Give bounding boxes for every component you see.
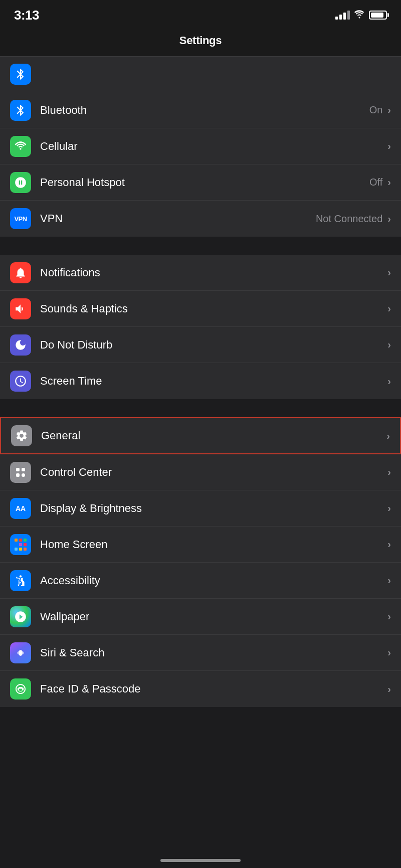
controlcenter-icon [10,462,31,483]
settings-item-faceid[interactable]: Face ID & Passcode › [0,671,401,707]
cellular-icon [10,136,31,157]
settings-item-controlcenter[interactable]: Control Center › [0,454,401,490]
dnd-label: Do Not Disturb [40,338,387,352]
section-divider-2 [0,399,401,417]
svg-rect-0 [16,468,20,471]
bluetooth-value: On [369,104,383,116]
settings-item-homescreen[interactable]: Home Screen › [0,527,401,563]
display-label: Display & Brightness [40,502,387,515]
status-bar: 3:13 [0,0,401,28]
siri-icon [10,642,31,663]
wallpaper-label: Wallpaper [40,610,387,623]
svg-rect-1 [16,473,20,477]
wifi-icon [354,10,365,21]
homescreen-icon [10,534,31,555]
section-divider-1 [0,237,401,255]
notifications-label: Notifications [40,266,387,279]
partial-top-item [0,57,401,92]
svg-point-4 [20,575,22,577]
sounds-label: Sounds & Haptics [40,302,387,315]
settings-item-hotspot[interactable]: Personal Hotspot Off › [0,164,401,201]
general-label: General [41,429,386,442]
vpn-value: Not Connected [316,213,382,225]
settings-item-dnd[interactable]: Do Not Disturb › [0,327,401,363]
sounds-icon [10,298,31,319]
bottom-padding [0,707,401,737]
settings-item-cellular[interactable]: Cellular › [0,128,401,164]
faceid-chevron: › [387,683,391,695]
notifications-chevron: › [387,267,391,278]
bluetooth-chevron: › [387,104,391,116]
vpn-chevron: › [387,213,391,225]
bluetooth-icon [10,100,31,121]
settings-item-bluetooth[interactable]: Bluetooth On › [0,92,401,128]
status-time: 3:13 [14,8,39,23]
settings-item-wallpaper[interactable]: Wallpaper › [0,599,401,635]
homescreen-label: Home Screen [40,538,387,551]
controlcenter-label: Control Center [40,466,387,479]
accessibility-chevron: › [387,575,391,586]
notifications-group: Notifications › Sounds & Haptics › Do No… [0,255,401,399]
settings-item-sounds[interactable]: Sounds & Haptics › [0,291,401,327]
general-chevron: › [386,430,390,442]
cellular-label: Cellular [40,140,382,153]
notifications-icon [10,262,31,283]
vpn-icon: VPN [10,208,31,229]
bluetooth-label: Bluetooth [40,104,369,117]
home-indicator [160,859,241,862]
display-icon: AA [10,498,31,519]
cellular-chevron: › [387,140,391,152]
settings-item-screentime[interactable]: Screen Time › [0,363,401,399]
screentime-label: Screen Time [40,375,387,388]
page-header: Settings [0,28,401,57]
partial-top-icon [10,64,31,85]
sounds-chevron: › [387,303,391,314]
hotspot-value: Off [369,177,382,188]
siri-label: Siri & Search [40,646,387,659]
settings-item-display[interactable]: AA Display & Brightness › [0,490,401,527]
accessibility-label: Accessibility [40,574,387,587]
settings-item-accessibility[interactable]: Accessibility › [0,563,401,599]
hotspot-icon [10,172,31,193]
settings-item-notifications[interactable]: Notifications › [0,255,401,291]
system-group: General › Control Center › AA Display & … [0,417,401,707]
settings-item-general[interactable]: General › [0,417,401,454]
wallpaper-icon [10,606,31,627]
svg-point-3 [22,473,25,477]
controlcenter-chevron: › [387,466,391,478]
screentime-chevron: › [387,376,391,387]
accessibility-icon [10,570,31,591]
screentime-icon [10,371,31,392]
partial-top-group [0,57,401,92]
svg-point-7 [20,652,22,654]
wallpaper-chevron: › [387,611,391,622]
battery-icon [369,11,387,20]
faceid-label: Face ID & Passcode [40,682,387,696]
status-icons [335,10,387,21]
hotspot-label: Personal Hotspot [40,176,369,189]
display-chevron: › [387,502,391,514]
signal-icon [335,11,350,20]
general-icon [11,425,32,446]
dnd-icon [10,334,31,356]
siri-chevron: › [387,647,391,658]
svg-rect-2 [22,468,25,471]
settings-item-vpn[interactable]: VPN VPN Not Connected › [0,201,401,237]
homescreen-chevron: › [387,539,391,550]
hotspot-chevron: › [387,177,391,188]
settings-item-siri[interactable]: Siri & Search › [0,635,401,671]
dnd-chevron: › [387,339,391,351]
page-title: Settings [179,34,222,47]
connectivity-group: Bluetooth On › Cellular › Personal Hotsp… [0,92,401,237]
vpn-label: VPN [40,212,316,225]
faceid-icon [10,678,31,700]
